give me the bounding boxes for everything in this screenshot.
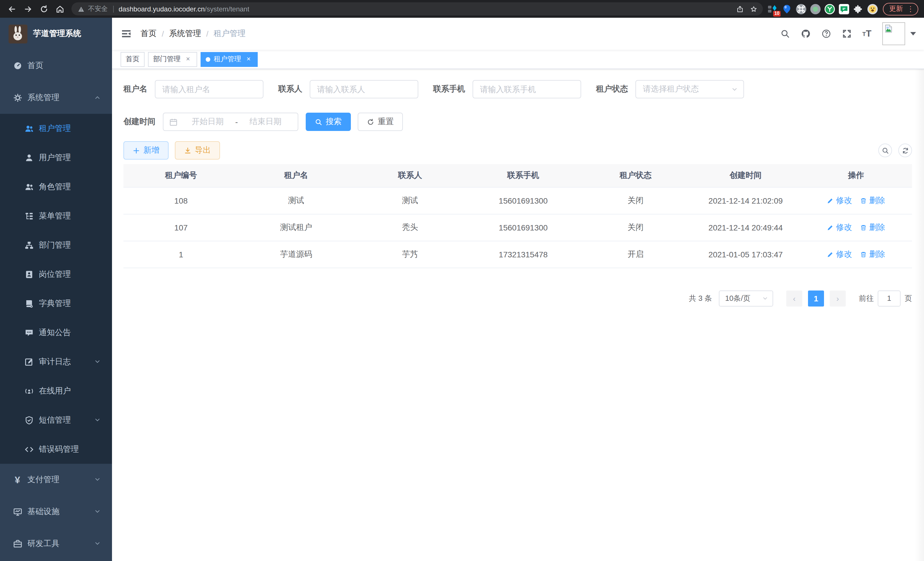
- cell-actions: 修改 删除: [800, 241, 912, 268]
- reset-button[interactable]: 重置: [358, 113, 403, 131]
- cell-contact: 芋艿: [354, 241, 466, 268]
- extensions-puzzle-icon[interactable]: [853, 4, 863, 14]
- fullscreen-button[interactable]: [837, 29, 857, 39]
- question-circle-icon: [821, 29, 831, 39]
- browser-back-button[interactable]: [4, 2, 19, 16]
- app-logo-rabbit: [9, 24, 27, 43]
- goto-page-input[interactable]: [878, 290, 901, 306]
- prev-page-button[interactable]: ‹: [786, 290, 802, 306]
- sidebar-item-posts[interactable]: 岗位管理: [0, 260, 112, 289]
- sidebar-item-sms[interactable]: 短信管理: [0, 405, 112, 435]
- table-header-row: 租户编号 租户名 联系人 联系手机 租户状态 创建时间 操作: [123, 164, 912, 187]
- sidebar-collapse-button[interactable]: [112, 28, 141, 39]
- sidebar-item-announcements[interactable]: 通知公告: [0, 318, 112, 347]
- sidebar-item-users[interactable]: 用户管理: [0, 143, 112, 172]
- address-divider: [113, 5, 113, 12]
- sidebar-item-payment[interactable]: ¥ 支付管理: [0, 464, 112, 496]
- add-button[interactable]: 新增: [123, 141, 169, 159]
- extension-balloon-icon[interactable]: [782, 4, 792, 14]
- tag-close-icon[interactable]: ×: [184, 55, 192, 63]
- toggle-search-button[interactable]: [878, 144, 892, 157]
- browser-update-menu[interactable]: 更新 ⋮: [883, 3, 918, 15]
- sidebar-item-label: 短信管理: [39, 415, 71, 425]
- browser-forward-button[interactable]: [21, 2, 35, 16]
- cell-status: 关闭: [580, 187, 691, 214]
- github-button[interactable]: [795, 29, 816, 39]
- extension-chat-icon[interactable]: [839, 4, 849, 14]
- page-size-select[interactable]: 10条/页: [719, 290, 773, 306]
- sidebar-item-home[interactable]: 首页: [0, 50, 112, 82]
- edit-link[interactable]: 修改: [827, 249, 852, 259]
- avatar-dropdown-caret[interactable]: [910, 32, 916, 35]
- header-search-button[interactable]: [775, 29, 795, 39]
- breadcrumb-home[interactable]: 首页: [141, 29, 157, 39]
- roles-icon: [24, 182, 34, 192]
- edit-link[interactable]: 修改: [827, 195, 852, 206]
- avatar[interactable]: [882, 22, 905, 45]
- help-button[interactable]: [816, 29, 837, 39]
- sidebar-item-audit-log[interactable]: 审计日志: [0, 347, 112, 376]
- gear-icon: [13, 93, 22, 103]
- address-bar[interactable]: 不安全 dashboard.yudao.iocoder.cn/system/te…: [71, 2, 763, 15]
- sidebar-item-tenant[interactable]: 租户管理: [0, 114, 112, 143]
- search-icon: [881, 147, 889, 154]
- add-button-label: 新增: [143, 145, 159, 156]
- delete-link[interactable]: 删除: [860, 249, 885, 259]
- filter-row-1: 租户名 联系人 联系手机 租户状态 请选择租户状态: [123, 80, 912, 98]
- bookmark-button[interactable]: [747, 3, 760, 15]
- app-logo-row[interactable]: 芋道管理系统: [0, 18, 112, 50]
- extension-yudao-icon[interactable]: [825, 4, 835, 14]
- sidebar-item-online-users[interactable]: 在线用户: [0, 376, 112, 405]
- extension-tampermonkey-icon[interactable]: 10: [767, 4, 778, 14]
- delete-link[interactable]: 删除: [860, 222, 885, 232]
- export-button[interactable]: 导出: [175, 141, 220, 159]
- trash-icon: [860, 197, 867, 204]
- tenant-name-input[interactable]: [155, 80, 263, 98]
- contact-input[interactable]: [310, 80, 418, 98]
- delete-link[interactable]: 删除: [860, 195, 885, 206]
- cell-created: 2021-01-05 17:03:47: [691, 241, 800, 268]
- sidebar-item-dictionary[interactable]: 字典管理: [0, 289, 112, 318]
- page-number-button[interactable]: 1: [808, 290, 824, 306]
- tag-home[interactable]: 首页: [121, 52, 145, 67]
- security-status[interactable]: 不安全: [78, 5, 108, 13]
- extension-recorder-icon[interactable]: [810, 4, 820, 14]
- status-select[interactable]: 请选择租户状态: [635, 80, 744, 98]
- share-icon: [736, 5, 744, 13]
- column-header: 联系手机: [466, 164, 580, 187]
- edit-link[interactable]: 修改: [827, 222, 852, 232]
- org-chart-icon: [24, 240, 34, 250]
- tag-tenant-active[interactable]: 租户管理 ×: [201, 52, 258, 67]
- sidebar-item-system[interactable]: 系统管理: [0, 82, 112, 114]
- create-time-range-picker[interactable]: 开始日期 - 结束日期: [163, 113, 298, 131]
- tag-department[interactable]: 部门管理 ×: [148, 52, 197, 67]
- column-header: 联系人: [354, 164, 466, 187]
- breadcrumb-system[interactable]: 系统管理: [169, 29, 201, 39]
- table-tools: [878, 144, 912, 157]
- cell-mobile: 17321315478: [466, 241, 580, 268]
- sidebar-item-infrastructure[interactable]: 基础设施: [0, 496, 112, 528]
- sidebar-item-dev-tools[interactable]: 研发工具: [0, 528, 112, 560]
- mobile-input[interactable]: [472, 80, 581, 98]
- browser-menu-dots-icon[interactable]: ⋮: [907, 5, 914, 13]
- extension-emoji-avatar[interactable]: [867, 4, 878, 14]
- sidebar-item-menus[interactable]: 菜单管理: [0, 201, 112, 230]
- filter-mobile: 联系手机: [433, 80, 581, 98]
- share-button[interactable]: [733, 3, 747, 15]
- breadcrumb-separator: /: [162, 29, 164, 38]
- table-row: 108 测试 测试 15601691300 关闭 2021-12-14 21:0…: [123, 187, 912, 214]
- refresh-table-button[interactable]: [898, 144, 912, 157]
- browser-reload-button[interactable]: [37, 2, 51, 16]
- tag-close-icon[interactable]: ×: [244, 55, 253, 63]
- browser-home-button[interactable]: [52, 2, 67, 16]
- search-button[interactable]: 搜索: [306, 113, 351, 131]
- sidebar-item-error-codes[interactable]: 错误码管理: [0, 435, 112, 464]
- extension-command-icon[interactable]: [796, 4, 806, 14]
- sidebar-item-departments[interactable]: 部门管理: [0, 230, 112, 260]
- arrow-left-icon: [7, 4, 16, 14]
- next-page-button[interactable]: ›: [830, 290, 846, 306]
- font-size-button[interactable]: TT: [857, 29, 877, 39]
- sidebar-item-roles[interactable]: 角色管理: [0, 172, 112, 201]
- home-icon: [55, 4, 64, 14]
- cell-contact: 测试: [354, 187, 466, 214]
